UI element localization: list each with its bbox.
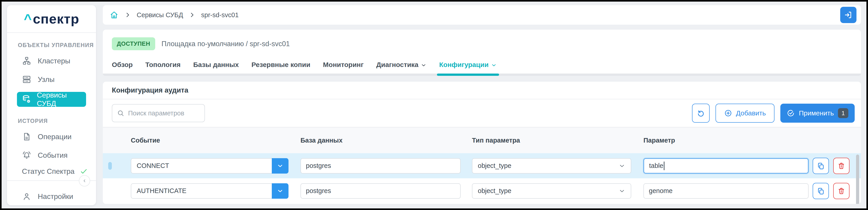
login-icon <box>844 10 853 20</box>
search-icon <box>117 109 124 117</box>
clusters-icon <box>22 56 31 65</box>
logo-caret-icon: ^ <box>24 11 32 27</box>
page-title: Площадка по-умолчанию / spr-sd-svc01 <box>161 40 290 48</box>
table-row: AUTHENTICATE object_type <box>103 178 861 204</box>
tab-configurations[interactable]: Конфигурации <box>439 61 497 76</box>
plus-circle-icon <box>724 109 732 117</box>
audit-config-card: Конфигурация аудита <box>103 82 861 204</box>
delete-row-button[interactable] <box>833 183 849 199</box>
logo-text: спектр <box>33 11 79 27</box>
sidebar-item-label: Кластеры <box>38 57 70 65</box>
chevron-down-icon <box>619 162 625 169</box>
operations-icon <box>22 132 31 141</box>
event-select-value[interactable]: CONNECT <box>131 158 272 174</box>
param-type-select[interactable]: object_type <box>472 158 631 174</box>
event-select-toggle[interactable] <box>272 183 288 199</box>
search-input[interactable] <box>128 109 200 117</box>
duplicate-row-button[interactable] <box>813 158 829 174</box>
sidebar-section-objects: ОБЪЕКТЫ УПРАВЛЕНИЯ <box>18 42 96 48</box>
tabs: Обзор Топология Базы данных Резервные ко… <box>112 61 497 76</box>
sidebar-item-dbms-services[interactable]: Сервисы СУБД <box>17 92 86 107</box>
sidebar: ^спектр ОБЪЕКТЫ УПРАВЛЕНИЯ Кластеры Узлы <box>7 5 96 205</box>
column-header-event: Событие <box>131 137 160 144</box>
chevron-down-icon <box>491 62 497 68</box>
refresh-icon <box>696 109 705 117</box>
tab-topology[interactable]: Топология <box>145 61 181 76</box>
sidebar-item-clusters[interactable]: Кластеры <box>7 52 96 70</box>
event-select: AUTHENTICATE <box>131 183 288 199</box>
text-caret <box>664 162 664 170</box>
chevron-left-icon <box>82 178 87 184</box>
refresh-button[interactable] <box>692 104 710 123</box>
column-header-database: База данных <box>301 137 342 144</box>
param-input[interactable]: table <box>644 158 809 174</box>
apply-button[interactable]: Применить 1 <box>780 104 855 123</box>
sidebar-item-label: Сервисы СУБД <box>37 91 86 108</box>
sidebar-item-nodes[interactable]: Узлы <box>7 70 96 89</box>
copy-icon <box>817 187 825 195</box>
home-icon[interactable] <box>110 10 119 20</box>
nodes-icon <box>22 75 31 84</box>
tab-monitoring[interactable]: Мониторинг <box>323 61 364 76</box>
breadcrumb-item-service[interactable]: spr-sd-svc01 <box>201 11 239 19</box>
sidebar-divider <box>7 180 96 181</box>
modified-row-dot <box>108 162 112 170</box>
events-icon <box>22 151 31 160</box>
check-circle-icon <box>787 109 795 117</box>
table-row: CONNECT object_type table <box>103 153 861 178</box>
chevron-down-icon <box>619 188 625 194</box>
sidebar-item-settings[interactable]: Настройки <box>7 187 96 206</box>
database-input[interactable] <box>301 183 461 199</box>
trash-icon <box>837 187 845 195</box>
database-input[interactable] <box>301 158 461 174</box>
toolbar: Добавить Применить 1 <box>103 99 861 127</box>
event-select-value[interactable]: AUTHENTICATE <box>131 183 272 199</box>
breadcrumb-item-dbms-services[interactable]: Сервисы СУБД <box>137 11 183 19</box>
trash-icon <box>837 162 845 170</box>
column-header-param-type: Тип параметра <box>472 137 520 144</box>
user-icon <box>22 192 31 201</box>
sidebar-item-operations[interactable]: Операции <box>7 127 96 146</box>
tab-overview[interactable]: Обзор <box>112 61 133 76</box>
app-logo[interactable]: ^спектр <box>7 5 96 33</box>
sidebar-item-label: Операции <box>38 133 72 141</box>
sidebar-collapse-button[interactable] <box>79 175 90 186</box>
sidebar-item-label: События <box>38 151 67 160</box>
status-badge: ДОСТУПЕН <box>112 37 155 50</box>
apply-count-badge: 1 <box>838 108 848 118</box>
tab-backups[interactable]: Резервные копии <box>251 61 310 76</box>
breadcrumb: Сервисы СУБД spr-sd-svc01 <box>103 5 861 25</box>
chevron-right-icon <box>124 12 131 18</box>
chevron-right-icon <box>189 12 195 18</box>
duplicate-row-button[interactable] <box>813 183 829 199</box>
event-select: CONNECT <box>131 158 288 174</box>
dbms-services-icon <box>22 95 31 104</box>
tab-diagnostics[interactable]: Диагностика <box>376 61 427 76</box>
chevron-down-icon <box>421 62 427 68</box>
vertical-scrollbar[interactable] <box>856 155 859 204</box>
event-select-toggle[interactable] <box>272 158 288 174</box>
param-input[interactable] <box>644 183 809 199</box>
sidebar-section-history: ИСТОРИЯ <box>18 118 96 124</box>
sidebar-item-label: Узлы <box>38 75 55 84</box>
sidebar-item-events[interactable]: События <box>7 146 96 164</box>
tab-databases[interactable]: Базы данных <box>193 61 239 76</box>
app-window: ^спектр ОБЪЕКТЫ УПРАВЛЕНИЯ Кластеры Узлы <box>0 0 868 210</box>
param-type-select[interactable]: object_type <box>472 183 631 199</box>
spektr-status-label: Статус Спектра <box>22 167 74 176</box>
logout-button[interactable] <box>840 7 857 23</box>
table-header: Событие База данных Тип параметра Параме… <box>103 127 861 153</box>
column-header-param: Параметр <box>644 137 675 144</box>
sidebar-item-label: Настройки <box>38 192 73 201</box>
check-icon <box>80 167 88 176</box>
chevron-down-icon <box>277 162 283 169</box>
search-box <box>112 104 205 122</box>
delete-row-button[interactable] <box>833 158 849 174</box>
copy-icon <box>817 162 825 170</box>
card-heading: Конфигурация аудита <box>103 82 861 99</box>
service-header: ДОСТУПЕН Площадка по-умолчанию / spr-sd-… <box>103 30 861 76</box>
add-button[interactable]: Добавить <box>715 104 774 123</box>
chevron-down-icon <box>277 188 283 194</box>
